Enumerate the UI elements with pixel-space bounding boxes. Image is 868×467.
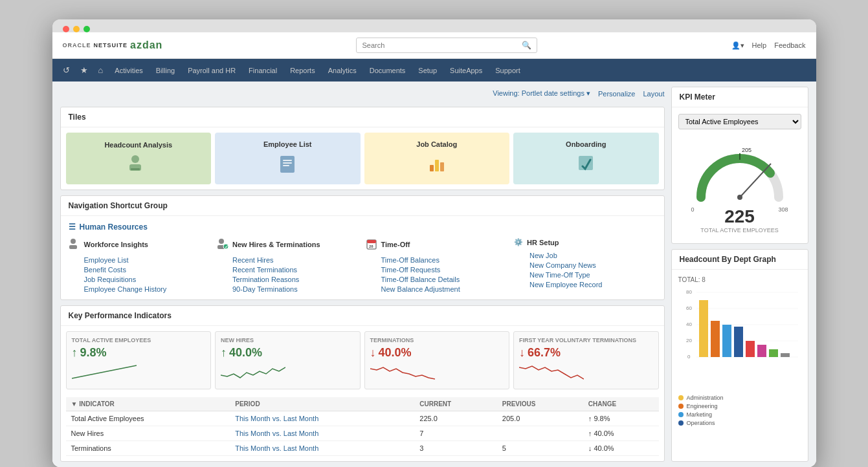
kpi-active-value: ↑9.8% [72,346,206,360]
gauge-value: 225 [724,206,755,227]
link-timeoff-balance-details[interactable]: Time-Off Balance Details [381,276,508,283]
link-new-balance-adjustment[interactable]: New Balance Adjustment [381,285,508,293]
kpi-meter-select[interactable]: Total Active Employees New Hires Termina… [678,114,801,129]
nav-reports[interactable]: Reports [284,60,322,81]
personalize-link[interactable]: Personalize [598,90,635,98]
nav-home-icon[interactable]: ⌂ [93,59,109,81]
kpi-meter-body: Total Active Employees New Hires Termina… [672,107,808,243]
nav-favorites-icon[interactable]: ★ [75,59,93,81]
tile-employee[interactable]: Employee List [215,133,361,184]
nav-activities[interactable]: Activities [108,60,149,81]
link-new-timeoff-type[interactable]: New Time-Off Type [529,271,656,279]
td-period-2[interactable]: This Month vs. Last Month [230,426,414,441]
td-period-3[interactable]: This Month vs. Last Month [230,441,414,456]
hamburger-icon: ☰ [69,223,76,232]
kpi-newhires: NEW HIRES ↑40.0% [215,331,361,389]
nav-financial[interactable]: Financial [242,60,284,81]
link-employee-list[interactable]: Employee List [84,256,211,264]
timeoff-icon: 28 [366,238,377,251]
link-timeoff-balances[interactable]: Time-Off Balances [381,256,508,264]
td-current-1: 225.0 [414,411,497,426]
help-link[interactable]: Help [752,41,767,49]
link-recent-hires[interactable]: Recent Hires [232,256,359,264]
td-change-2: ↑ 40.0% [583,426,659,441]
kpi-voluntary-sparkline [519,362,584,382]
tile-onboarding[interactable]: Onboarding [513,133,659,184]
kpi-terminations-label: TERMINATIONS [370,337,504,343]
search-bar[interactable]: 🔍 [356,38,537,53]
kpi-voluntary-value: ↓66.7% [519,346,653,360]
link-job-requisitions[interactable]: Job Requisitions [84,276,211,283]
nav-suiteapps[interactable]: SuiteApps [443,60,489,81]
svg-point-11 [71,239,76,244]
top-bar: ORACLE NETSUITE azdan 🔍 👤▾ Help Feedback [52,32,816,59]
tile-headcount[interactable]: Headcount Analysis [66,133,212,184]
svg-text:205: 205 [742,147,751,153]
kpi-cards-grid: TOTAL ACTIVE EMPLOYEES ↑9.8% NEW H [61,326,664,395]
link-termination-reasons[interactable]: Termination Reasons [232,276,359,283]
tiles-card: Tiles Headcount Analysis [60,107,665,190]
kpi-card: Key Performance Indicators TOTAL ACTIVE … [60,305,665,462]
dept-graph-card: Headcount By Dept Graph TOTAL: 8 80 60 4… [671,249,808,462]
feedback-link[interactable]: Feedback [774,41,805,49]
dept-graph-body: TOTAL: 8 80 60 40 20 0 [672,270,808,433]
timeoff-col-title: 28 Time-Off [366,238,508,251]
svg-rect-3 [280,156,295,173]
gauge-max: 308 [778,206,788,213]
bar-chart-svg: 80 60 40 20 0 [678,287,801,391]
svg-rect-18 [367,240,376,243]
kpi-meter-header: KPI Meter [672,87,808,107]
tile-catalog-icon [427,153,447,177]
svg-rect-6 [283,165,289,166]
nav-payroll-hr[interactable]: Payroll and HR [181,60,242,81]
nav-bar: ↺ ★ ⌂ Activities Billing Payroll and HR … [52,59,816,81]
link-new-company-news[interactable]: New Company News [529,261,656,269]
link-benefit-costs[interactable]: Benefit Costs [84,266,211,274]
nav-support[interactable]: Support [489,60,527,81]
newhires-links: Recent Hires Recent Terminations Termina… [232,256,359,293]
nav-billing[interactable]: Billing [150,60,181,81]
legend-dot-ops [678,420,684,426]
td-period-1[interactable]: This Month vs. Last Month [230,411,414,426]
shortcut-col-hrsetup: ⚙️ HR Setup New Job New Company News New… [514,238,656,293]
search-input[interactable] [362,41,522,49]
bar-admin [699,300,708,357]
link-employee-change[interactable]: Employee Change History [84,285,211,293]
nav-back-icon[interactable]: ↺ [58,59,75,81]
workforce-icon [69,238,80,251]
link-new-employee-record[interactable]: New Employee Record [529,281,656,288]
link-new-job[interactable]: New Job [529,252,656,259]
nav-documents[interactable]: Documents [363,60,412,81]
kpi-table-container: ▼ INDICATOR PERIOD CURRENT PREVIOUS CHAN… [61,395,664,461]
viewing-bar: Viewing: Portlet date settings ▾ Persona… [60,87,665,102]
link-90day[interactable]: 90-Day Terminations [232,285,359,293]
legend-dot-admin [678,395,684,400]
table-row: New Hires This Month vs. Last Month 7 ↑ … [66,426,659,441]
tile-onboarding-label: Onboarding [566,140,606,148]
top-actions: 👤▾ Help Feedback [731,41,806,50]
shortcut-group: ☰ Human Resources [61,216,664,299]
svg-point-23 [737,195,742,200]
td-indicator-3: Terminations [66,441,230,456]
viewing-portlet-link[interactable]: Viewing: Portlet date settings ▾ [493,89,590,98]
legend-label-mkt: Marketing [687,411,713,418]
kpi-terminations: TERMINATIONS ↓40.0% [364,331,510,389]
tile-employee-icon [278,153,297,177]
layout-link[interactable]: Layout [643,90,664,98]
tile-onboarding-icon [576,153,595,177]
legend-items: Administration Engineering Marketing [678,395,801,426]
nav-analytics[interactable]: Analytics [322,60,363,81]
user-icon[interactable]: 👤▾ [731,41,744,50]
newhires-title: New Hires & Terminations [232,241,320,248]
tile-catalog[interactable]: Job Catalog [364,133,510,184]
th-previous: PREVIOUS [497,397,583,411]
legend-label-eng: Engineering [687,403,718,409]
nav-setup[interactable]: Setup [412,60,443,81]
dept-total: TOTAL: 8 [678,276,801,283]
link-recent-terminations[interactable]: Recent Terminations [232,266,359,274]
table-row: Terminations This Month vs. Last Month 3… [66,441,659,456]
svg-rect-8 [435,160,439,171]
timeoff-links: Time-Off Balances Time-Off Requests Time… [381,256,508,293]
link-timeoff-requests[interactable]: Time-Off Requests [381,266,508,274]
bar-chart-area: 80 60 40 20 0 [678,287,801,426]
